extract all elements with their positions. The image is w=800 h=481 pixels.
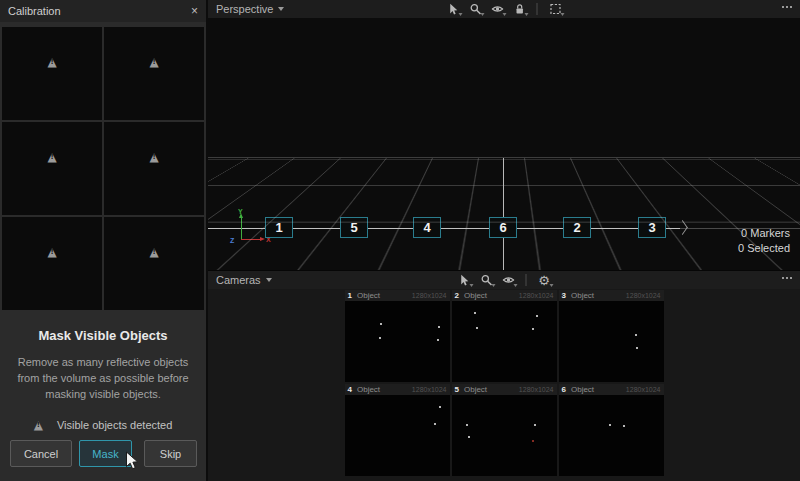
camera-view-header: 3Object1280x1024	[559, 290, 664, 301]
marker-dot	[636, 347, 638, 349]
cameras-panel: Cameras ⚙ 1Object1280x10242Object1280x10…	[208, 270, 800, 481]
marker-dot	[474, 312, 476, 314]
camera-view-body	[345, 301, 450, 382]
camera-view-1[interactable]: 1Object1280x1024	[345, 290, 450, 382]
zoom-magnifier-icon[interactable]	[469, 3, 482, 16]
markers-count: 0 Markers	[738, 226, 790, 241]
right-column: Perspective Y X Z	[208, 0, 800, 481]
cancel-button[interactable]: Cancel	[10, 440, 72, 467]
viewport-marker-1[interactable]: 1	[265, 217, 293, 238]
camera-resolution: 1280x1024	[626, 292, 661, 299]
calibration-camera-preview[interactable]: ▲	[104, 217, 204, 310]
perspective-toolbar	[447, 0, 562, 18]
close-icon[interactable]: ×	[191, 5, 198, 17]
camera-view-6[interactable]: 6Object1280x1024	[559, 384, 664, 476]
calibration-camera-preview[interactable]: ▲	[2, 217, 102, 310]
calibration-panel-title: Calibration	[8, 5, 61, 17]
calibration-camera-preview[interactable]: ▲	[2, 27, 102, 120]
warning-triangle-icon: ▲	[34, 419, 43, 431]
perspective-view-selector[interactable]: Perspective	[216, 3, 284, 15]
camera-mode: Object	[357, 291, 380, 300]
marker-dot	[379, 337, 381, 339]
camera-number: 2	[455, 291, 459, 300]
camera-resolution: 1280x1024	[519, 292, 554, 299]
mask-button[interactable]: Mask	[79, 440, 132, 467]
z-grid-line	[503, 158, 504, 270]
camera-mode: Object	[571, 291, 594, 300]
camera-view-body	[559, 301, 664, 382]
viewport-marker-4[interactable]: 4	[413, 217, 441, 238]
camera-number: 3	[562, 291, 566, 300]
viewport-marker-3[interactable]: 3	[638, 217, 666, 238]
calibration-step-heading: Mask Visible Objects	[14, 328, 192, 343]
cameras-panel-header: Cameras ⚙	[208, 271, 800, 289]
axis-z-label: Z	[230, 237, 234, 244]
camera-view-header: 1Object1280x1024	[345, 290, 450, 301]
calibration-camera-preview[interactable]: ▲	[104, 27, 204, 120]
toolbar-separator	[526, 274, 527, 286]
more-options-icon[interactable]	[782, 277, 792, 279]
calibration-camera-preview[interactable]: ▲	[2, 122, 102, 215]
marker-dot	[468, 436, 470, 438]
calibration-step-description: Remove as many reflective objects from t…	[14, 355, 192, 403]
region-select-icon[interactable]	[549, 3, 562, 16]
perspective-panel-header: Perspective	[208, 0, 800, 18]
cameras-title: Cameras	[216, 274, 261, 286]
viewport-3d[interactable]: Y X Z 154623 0 Markers 0 Selected	[208, 18, 800, 270]
marker-dot	[635, 334, 637, 336]
perspective-panel: Perspective Y X Z	[208, 0, 800, 270]
calibration-instructions: Mask Visible Objects Remove as many refl…	[0, 310, 206, 431]
marker-dot	[532, 328, 534, 330]
marker-dot	[623, 425, 625, 427]
select-cursor-icon[interactable]	[458, 274, 471, 287]
marker-dot	[439, 406, 441, 408]
viewport-status: 0 Markers 0 Selected	[738, 226, 790, 256]
calibration-status-text: Visible objects detected	[57, 419, 172, 431]
camera-view-header: 4Object1280x1024	[345, 384, 450, 395]
warning-triangle-icon: ▲	[47, 246, 56, 258]
camera-view-grid: 1Object1280x10242Object1280x10243Object1…	[345, 290, 664, 476]
camera-view-header: 6Object1280x1024	[559, 384, 664, 395]
camera-view-body	[345, 395, 450, 476]
axis-x-arrow-gizmo	[241, 239, 261, 240]
warning-triangle-icon: ▲	[47, 56, 56, 68]
cameras-view-selector[interactable]: Cameras	[216, 274, 272, 286]
app-root: Calibration × ▲▲▲▲▲▲ Mask Visible Object…	[0, 0, 800, 481]
visibility-eye-icon[interactable]	[491, 3, 504, 16]
viewport-marker-6[interactable]: 6	[489, 217, 517, 238]
lock-icon[interactable]	[513, 3, 526, 16]
cameras-toolbar: ⚙	[458, 271, 551, 289]
camera-view-5[interactable]: 5Object1280x1024	[452, 384, 557, 476]
marker-dot	[476, 327, 478, 329]
warning-triangle-icon: ▲	[149, 151, 158, 163]
camera-mode: Object	[357, 385, 380, 394]
viewport-marker-5[interactable]: 5	[340, 217, 368, 238]
marker-dot	[532, 440, 534, 442]
camera-number: 5	[455, 385, 459, 394]
ground-grid	[208, 18, 800, 158]
viewport-marker-2[interactable]: 2	[563, 217, 591, 238]
camera-view-3[interactable]: 3Object1280x1024	[559, 290, 664, 382]
camera-mode: Object	[571, 385, 594, 394]
camera-view-4[interactable]: 4Object1280x1024	[345, 384, 450, 476]
settings-gear-icon[interactable]: ⚙	[538, 274, 551, 287]
perspective-title: Perspective	[216, 3, 273, 15]
calibration-camera-preview-grid: ▲▲▲▲▲▲	[2, 27, 204, 310]
camera-view-header: 5Object1280x1024	[452, 384, 557, 395]
camera-view-body	[559, 395, 664, 476]
warning-triangle-icon: ▲	[149, 56, 158, 68]
camera-number: 6	[562, 385, 566, 394]
calibration-camera-preview[interactable]: ▲	[104, 122, 204, 215]
visibility-eye-icon[interactable]	[502, 274, 515, 287]
calibration-panel: Calibration × ▲▲▲▲▲▲ Mask Visible Object…	[0, 0, 208, 481]
warning-triangle-icon: ▲	[149, 246, 158, 258]
chevron-down-icon	[266, 278, 272, 282]
selected-count: 0 Selected	[738, 241, 790, 256]
skip-button[interactable]: Skip	[144, 440, 197, 467]
camera-mode: Object	[464, 385, 487, 394]
marker-dot	[609, 424, 611, 426]
select-cursor-icon[interactable]	[447, 3, 460, 16]
camera-view-2[interactable]: 2Object1280x1024	[452, 290, 557, 382]
more-options-icon[interactable]	[782, 6, 792, 8]
zoom-magnifier-icon[interactable]	[480, 274, 493, 287]
